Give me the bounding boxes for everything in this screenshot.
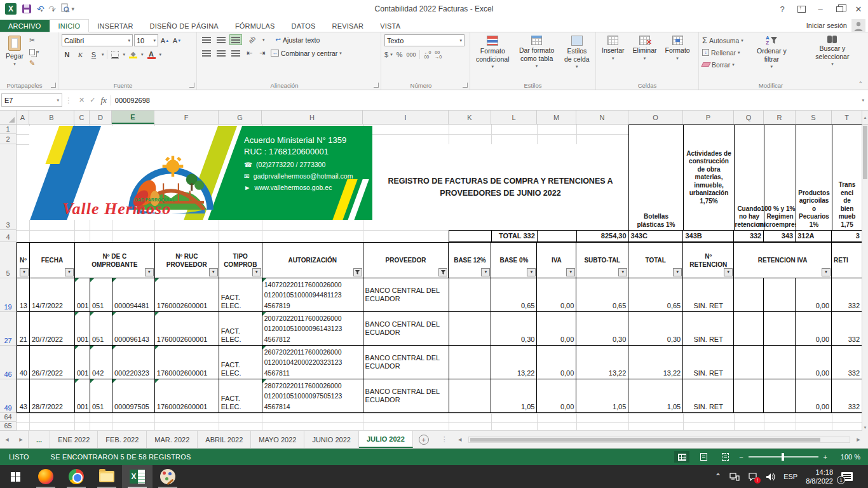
normal-view-button[interactable] <box>674 451 689 463</box>
header-botellas[interactable]: Botellas plásticas 1% <box>628 125 684 231</box>
col-header-q[interactable]: Q <box>734 111 764 124</box>
cell-empty[interactable] <box>764 346 796 379</box>
cell-aut[interactable]: 200720220117600026000 012001051000096143… <box>262 312 363 345</box>
cell-s1[interactable]: 001 <box>75 346 90 379</box>
header-iva[interactable]: IVA▼ <box>537 243 576 278</box>
tab-diseno-de-pagina[interactable]: DISEÑO DE PÁGINA <box>142 20 227 32</box>
taskbar-paint[interactable] <box>153 465 183 488</box>
cell-base12[interactable] <box>449 379 492 412</box>
organization-banner[interactable]: Valle Hermoso GAD PARROQUIAL Acuerdo Min… <box>29 126 372 220</box>
page-layout-view-button[interactable] <box>696 451 711 463</box>
cell-tipo[interactable]: FACT. ELEC. <box>219 312 262 345</box>
row-header-1[interactable]: 1 <box>0 125 17 134</box>
cell-comp[interactable]: 000097505 <box>112 379 155 412</box>
cell-iva[interactable]: 0,00 <box>537 346 576 379</box>
vertical-scrollbar[interactable]: ▼ <box>862 125 868 431</box>
filter-dropdown-icon[interactable]: ▼ <box>822 268 831 276</box>
align-bottom-button[interactable] <box>229 34 242 45</box>
col-header-e-selected[interactable]: E <box>112 111 154 124</box>
cell-ruc[interactable]: 1760002600001 <box>155 346 219 379</box>
cell-code-312a[interactable]: 312A <box>796 231 832 241</box>
cell-total-amount[interactable]: 8254,30 <box>577 231 629 241</box>
cell-code-t4[interactable]: 3 <box>832 231 862 241</box>
cell-total[interactable]: 0,30 <box>628 312 683 345</box>
header-ruc-proveedor[interactable]: Nº RUC PROVEEDOR▼ <box>155 243 219 278</box>
borders-button[interactable] <box>110 49 121 60</box>
print-preview-icon[interactable]: ▾ <box>60 3 70 15</box>
sheet-tab-julio-active[interactable]: JULIO 2022 <box>359 431 413 448</box>
taskbar-file-explorer[interactable] <box>92 465 122 488</box>
save-icon[interactable] <box>22 4 31 13</box>
cell-comp[interactable]: 000220323 <box>112 346 155 379</box>
select-all-corner[interactable] <box>0 111 17 124</box>
currency-button[interactable]: $▾ <box>384 50 393 59</box>
redo-button[interactable]: ↷▾ <box>48 3 54 15</box>
col-header-l[interactable]: L <box>491 111 537 124</box>
paste-button[interactable]: Pegar▾ <box>3 34 26 68</box>
zoom-in-button[interactable]: + <box>824 453 827 461</box>
header-base12[interactable]: BASE 12%▼ <box>449 243 491 278</box>
filter-dropdown-icon[interactable]: ▼ <box>618 268 627 276</box>
col-header-d[interactable]: D <box>90 111 112 124</box>
sheet-tab-overflow[interactable]: ... <box>28 431 50 448</box>
splitter-dots[interactable]: ⋮ <box>441 435 448 444</box>
cell-base0[interactable]: 0,65 <box>491 278 537 311</box>
clear-button[interactable]: Borrar▾ <box>702 60 743 69</box>
col-header-s[interactable]: S <box>796 111 832 124</box>
zoom-out-button[interactable]: − <box>739 453 743 461</box>
col-header-k[interactable]: K <box>449 111 491 124</box>
row-header-46[interactable]: 46 <box>0 346 17 379</box>
tab-revisar[interactable]: REVISAR <box>324 20 372 32</box>
tab-vista[interactable]: VISTA <box>372 20 409 32</box>
percent-button[interactable]: % <box>397 50 403 59</box>
cell-empty[interactable] <box>734 278 764 311</box>
cell-s1[interactable]: 001 <box>75 379 90 412</box>
start-button[interactable] <box>0 465 31 488</box>
notification-center-icon[interactable]: 1 <box>841 472 853 481</box>
shrink-font-button[interactable]: A▼ <box>172 35 182 46</box>
tab-insertar[interactable]: INSERTAR <box>89 20 141 32</box>
col-header-i[interactable]: I <box>363 111 449 124</box>
language-indicator[interactable]: ESP <box>783 473 797 480</box>
excel-logo-icon[interactable]: X <box>5 3 17 15</box>
col-header-c[interactable]: C <box>74 111 90 124</box>
filter-dropdown-icon[interactable]: ▼ <box>566 268 575 276</box>
cell-s2[interactable]: 051 <box>90 379 112 412</box>
row-header-49[interactable]: 49 <box>0 379 17 413</box>
cell-s2[interactable]: 051 <box>90 312 112 345</box>
cell-prov[interactable]: BANCO CENTRAL DEL ECUADOR <box>363 379 449 412</box>
cell-aut[interactable]: 280720220117600026000 012001051000097505… <box>262 379 363 412</box>
sheet-nav-left-icon[interactable]: ◂ <box>0 431 14 448</box>
col-header-r[interactable]: R <box>764 111 796 124</box>
tab-inicio[interactable]: INICIO <box>50 19 90 32</box>
cell-total-label[interactable]: TOTAL 332 <box>492 231 538 241</box>
conditional-formatting-button[interactable]: Formato condicional▾ <box>473 34 512 71</box>
cell-s2[interactable]: 051 <box>90 278 112 311</box>
volume-icon[interactable] <box>766 473 775 481</box>
taskbar-chrome[interactable] <box>61 465 92 488</box>
header-tipo-comprobante[interactable]: TIPO COMPROB▼ <box>219 243 262 278</box>
cell-subtotal[interactable]: 1,05 <box>576 379 628 412</box>
fill-button[interactable]: ↓Rellenar▾ <box>702 48 743 57</box>
vertical-scrollbar-thumb[interactable] <box>863 126 867 179</box>
cell-base12[interactable] <box>449 312 492 345</box>
cell-m4[interactable] <box>538 231 577 241</box>
cell-t[interactable]: 332 <box>832 278 862 311</box>
alignment-dialog-launcher[interactable] <box>374 83 379 88</box>
cell-n[interactable]: 40 <box>17 346 30 379</box>
hscroll-right-arrow[interactable]: ▸ <box>851 435 865 444</box>
sort-filter-button[interactable]: AZ Ordenar y filtrar▾ <box>747 34 797 71</box>
cell-iva[interactable]: 0,00 <box>537 379 576 412</box>
cell-styles-button[interactable]: Estilos de celda▾ <box>562 34 592 71</box>
cell-nret[interactable]: SIN. RET <box>683 346 734 379</box>
col-header-t[interactable]: T <box>832 111 862 124</box>
comma-style-button[interactable]: 000 <box>406 50 416 59</box>
increase-indent-button[interactable]: ⇥ <box>257 48 268 58</box>
font-size-combobox[interactable]: 10▾ <box>134 34 158 46</box>
cancel-entry-icon[interactable]: ✕ <box>79 96 85 104</box>
scroll-up-arrow[interactable]: ▲ <box>862 111 868 124</box>
cell-empty[interactable] <box>764 379 796 412</box>
italic-button[interactable]: K <box>75 49 86 60</box>
cell-code-343b[interactable]: 343B <box>683 231 734 241</box>
header-productos-agricolas[interactable]: Productos agricoilas o Pecuarios 1% <box>796 125 832 231</box>
